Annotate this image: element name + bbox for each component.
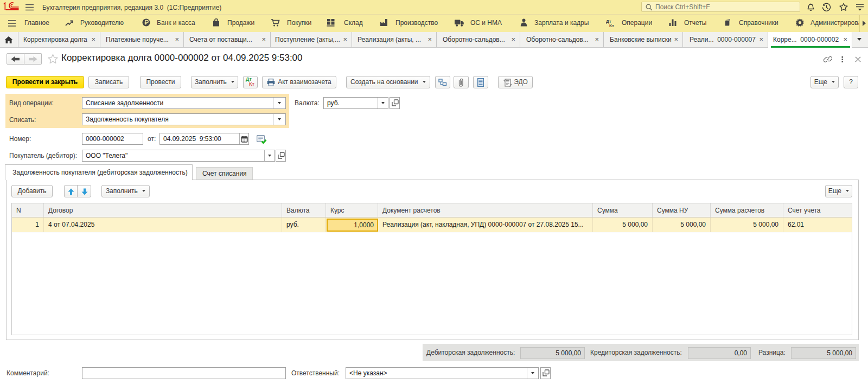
svg-text:Кт: Кт [609,23,614,28]
